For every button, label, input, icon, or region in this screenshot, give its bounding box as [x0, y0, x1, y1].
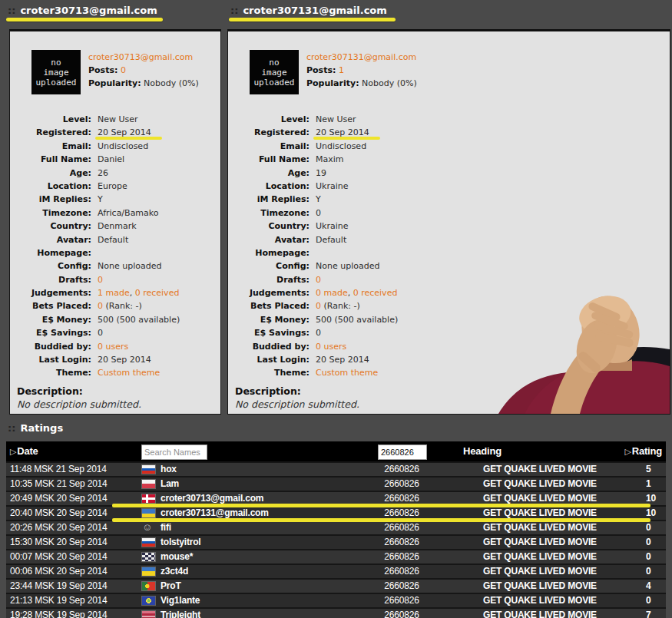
rating-thread-id: 2660826	[333, 464, 471, 474]
detail-label: Drafts:	[228, 273, 310, 286]
rating-username[interactable]: Vig1lante	[161, 595, 200, 606]
ratings-row: 15:30 MSK 20 Sep 2014tolstyitrol2660826G…	[6, 534, 666, 549]
detail-label: Full Name:	[228, 153, 310, 166]
detail-value: 20 Sep 2014	[316, 353, 369, 366]
detail-value-text: Africa/Bamako	[98, 208, 159, 218]
detail-value: 0 (Rank: -)	[316, 299, 360, 312]
detail-value-text: 0	[316, 208, 321, 218]
profile-detail-row: Config:None uploaded	[10, 259, 220, 273]
profile-detail-row: Drafts:0	[10, 273, 220, 286]
sort-by-date[interactable]: ▷Date	[10, 445, 38, 457]
detail-value: 0 (Rank: -)	[98, 299, 142, 312]
rating-username[interactable]: z3ct4d	[161, 566, 188, 577]
sort-by-rating[interactable]: ▷Rating	[624, 445, 662, 457]
flag-ua-icon	[142, 567, 155, 576]
rating-date: 19:28 MSK 19 Sep 2014	[10, 610, 108, 618]
profile-detail-row: Judgements:0 made, 0 received	[228, 286, 670, 299]
smiley-icon: ☺	[142, 521, 155, 530]
rating-heading[interactable]: GET QUAKE LIVED MOVIE	[459, 537, 621, 547]
rating-heading[interactable]: GET QUAKE LIVED MOVIE	[459, 580, 621, 591]
detail-value-link[interactable]: 0 users	[98, 342, 128, 352]
detail-label: Registered:	[228, 126, 310, 139]
detail-label: Age:	[10, 167, 91, 180]
rating-heading[interactable]: GET QUAKE LIVED MOVIE	[459, 464, 621, 474]
detail-value: 0 users	[316, 340, 346, 353]
rating-heading[interactable]: GET QUAKE LIVED MOVIE	[459, 610, 621, 618]
rating-username[interactable]: mouse*	[161, 551, 193, 562]
detail-value-link[interactable]: 0	[98, 301, 103, 311]
detail-label: Homepage:	[10, 246, 91, 259]
flag-ru-icon	[142, 538, 155, 547]
ratings-table-header: ▷Date Heading ▷Rating	[6, 441, 666, 461]
rating-heading[interactable]: GET QUAKE LIVED MOVIE	[459, 478, 621, 489]
detail-value-link[interactable]: 0	[316, 301, 321, 311]
rating-username[interactable]: fifi	[161, 522, 171, 533]
detail-value: Custom theme	[316, 366, 378, 379]
detail-value-link[interactable]: 0 received	[135, 288, 180, 298]
rating-value: 0	[646, 537, 650, 547]
rating-username[interactable]: croter30713@gmail.com	[161, 493, 263, 504]
rating-date: 20:40 MSK 20 Sep 2014	[10, 507, 108, 518]
posts-line: Posts: 0	[88, 64, 220, 77]
rating-username[interactable]: croter307131@gmail.com	[161, 507, 269, 518]
rating-username[interactable]: Tripleight	[161, 610, 200, 618]
rating-heading[interactable]: GET QUAKE LIVED MOVIE	[459, 566, 621, 577]
rating-heading[interactable]: GET QUAKE LIVED MOVIE	[459, 493, 621, 504]
detail-label: Buddied by:	[228, 340, 310, 353]
detail-value-text: Ukraine	[316, 181, 348, 191]
detail-value-link[interactable]: Custom theme	[316, 368, 378, 378]
detail-label: iM Replies:	[10, 193, 91, 206]
profile-details-list: Level:New UserRegistered:20 Sep 2014Emai…	[228, 113, 670, 380]
detail-label: Email:	[228, 140, 310, 153]
detail-value-link[interactable]: 0 received	[353, 288, 398, 298]
rating-heading[interactable]: GET QUAKE LIVED MOVIE	[459, 595, 621, 606]
detail-label: Buddied by:	[10, 340, 91, 353]
detail-value: 0 users	[98, 340, 128, 353]
rating-thread-id: 2660826	[333, 507, 471, 518]
profile-detail-row: E$ Money:500 (500 available)	[228, 313, 670, 326]
profile-detail-row: Judgements:1 made, 0 received	[10, 286, 220, 299]
rating-value: 7	[646, 610, 650, 618]
detail-value-link[interactable]: 0 users	[316, 342, 346, 352]
rating-heading[interactable]: GET QUAKE LIVED MOVIE	[459, 522, 621, 533]
detail-label: Theme:	[228, 366, 310, 379]
thread-id-filter-input[interactable]	[378, 444, 427, 460]
profile-detail-row: Buddied by:0 users	[10, 340, 220, 353]
highlight-underline	[112, 518, 650, 522]
profile-detail-row: Age:26	[10, 167, 220, 180]
search-names-input[interactable]	[141, 444, 207, 460]
detail-value-text: 500 (500 available)	[98, 315, 180, 325]
rating-username[interactable]: tolstyitrol	[161, 537, 200, 547]
rating-heading[interactable]: GET QUAKE LIVED MOVIE	[459, 507, 621, 518]
detail-value-link[interactable]: Custom theme	[98, 368, 160, 378]
rating-heading[interactable]: GET QUAKE LIVED MOVIE	[459, 551, 621, 562]
profile-email-link[interactable]: croter30713@gmail.com	[88, 51, 220, 64]
flag-checker-icon	[142, 553, 155, 561]
rating-username[interactable]: ProT	[161, 580, 181, 591]
detail-value-link[interactable]: 0 made	[316, 288, 348, 298]
detail-label: E$ Money:	[228, 313, 310, 326]
posts-count-link[interactable]: 0	[121, 65, 126, 75]
detail-label: Config:	[10, 259, 91, 273]
profile-description: Description: No description submitted.	[235, 385, 359, 410]
rating-username[interactable]: Lam	[161, 478, 179, 489]
detail-value-link[interactable]: 0	[316, 275, 321, 285]
profile-detail-row: Last Login:20 Sep 2014	[228, 353, 670, 366]
profile-detail-row: Full Name:Daniel	[10, 153, 220, 166]
rating-username[interactable]: hox	[161, 464, 177, 474]
detail-value-text: ,	[130, 288, 135, 298]
detail-value-link[interactable]: 0	[98, 275, 103, 285]
posts-count-link[interactable]: 1	[339, 65, 344, 75]
popularity-line: Popularity: Nobody (0%)	[88, 77, 220, 90]
detail-value-text: Maxim	[316, 154, 344, 164]
detail-label: Last Login:	[228, 353, 310, 366]
profile-email-link[interactable]: croter307131@gmail.com	[306, 51, 443, 64]
rating-value: 10	[646, 507, 656, 518]
detail-value-link[interactable]: 1 made	[98, 288, 130, 298]
detail-label: Homepage:	[228, 246, 310, 259]
detail-label: Country:	[10, 220, 91, 233]
profile-summary: croter307131@gmail.com Posts: 1 Populari…	[306, 50, 443, 94]
detail-value-text: Y	[316, 194, 321, 204]
rating-date: 11:48 MSK 21 Sep 2014	[10, 464, 107, 474]
profile-detail-row: Last Login:20 Sep 2014	[10, 353, 220, 366]
